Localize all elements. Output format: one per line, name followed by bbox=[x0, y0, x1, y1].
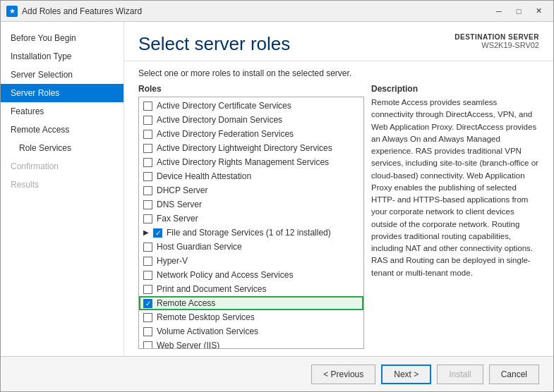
main-content: Select server roles DESTINATION SERVER W… bbox=[124, 22, 553, 356]
role-item-web-server[interactable]: Web Server (IIS) bbox=[139, 338, 363, 349]
next-button[interactable]: Next > bbox=[381, 365, 431, 384]
description-text: Remote Access provides seamless connecti… bbox=[371, 97, 539, 349]
role-item-remote-access[interactable]: ✓ Remote Access bbox=[139, 296, 363, 310]
checkbox-hyper-v[interactable] bbox=[143, 257, 152, 266]
checkbox-dhcp[interactable] bbox=[143, 186, 152, 195]
page-body: Select one or more roles to install on t… bbox=[124, 61, 553, 356]
checkbox-web-server[interactable] bbox=[143, 341, 152, 350]
checkbox-ad-cert[interactable] bbox=[143, 102, 152, 111]
checkbox-host-guardian[interactable] bbox=[143, 243, 152, 252]
role-item-remote-desktop[interactable]: Remote Desktop Services bbox=[139, 310, 363, 324]
sidebar-item-results: Results bbox=[1, 176, 124, 194]
checkbox-remote-access[interactable]: ✓ bbox=[143, 299, 152, 308]
role-label-host-guardian: Host Guardian Service bbox=[157, 242, 242, 252]
title-bar: ★ Add Roles and Features Wizard ─ □ ✕ bbox=[1, 1, 553, 22]
sidebar-item-role-services[interactable]: Role Services bbox=[1, 139, 124, 157]
role-label-print-doc: Print and Document Services bbox=[157, 284, 266, 294]
role-item-ad-federation[interactable]: Active Directory Federation Services bbox=[139, 127, 363, 141]
role-item-network-policy[interactable]: Network Policy and Access Services bbox=[139, 268, 363, 282]
role-label-remote-access: Remote Access bbox=[157, 298, 215, 308]
role-item-hyper-v[interactable]: Hyper-V bbox=[139, 254, 363, 268]
checkbox-remote-desktop[interactable] bbox=[143, 313, 152, 322]
role-label-ad-rights: Active Directory Rights Management Servi… bbox=[157, 157, 329, 167]
checkbox-fax[interactable] bbox=[143, 214, 152, 223]
checkbox-network-policy[interactable] bbox=[143, 271, 152, 280]
role-label-ad-cert: Active Directory Certificate Services bbox=[157, 101, 291, 111]
sidebar-item-features[interactable]: Features bbox=[1, 102, 124, 121]
checkbox-file-storage[interactable]: ✓ bbox=[153, 228, 162, 238]
minimize-button[interactable]: ─ bbox=[490, 4, 508, 18]
role-item-ad-rights[interactable]: Active Directory Rights Management Servi… bbox=[139, 155, 363, 169]
role-label-dns: DNS Server bbox=[157, 200, 202, 209]
checkbox-ad-lightweight[interactable] bbox=[143, 144, 152, 153]
role-item-dhcp[interactable]: DHCP Server bbox=[139, 183, 363, 197]
footer: < Previous Next > Install Cancel bbox=[1, 356, 553, 391]
roles-column-label: Roles bbox=[138, 84, 364, 94]
role-item-print-doc[interactable]: Print and Document Services bbox=[139, 282, 363, 296]
role-label-hyper-v: Hyper-V bbox=[157, 256, 188, 266]
role-item-volume-activation[interactable]: Volume Activation Services bbox=[139, 324, 363, 338]
expand-file-storage[interactable]: ▶ bbox=[143, 228, 152, 237]
page-title: Select server roles bbox=[138, 33, 290, 55]
sidebar-item-remote-access[interactable]: Remote Access bbox=[1, 121, 124, 139]
role-item-ad-lightweight[interactable]: Active Directory Lightweight Directory S… bbox=[139, 141, 363, 155]
destination-value: WS2K19-SRV02 bbox=[454, 41, 539, 49]
cancel-button[interactable]: Cancel bbox=[489, 365, 539, 384]
roles-panel: Roles Active Directory Certificate Servi… bbox=[138, 84, 364, 349]
sidebar-item-confirmation: Confirmation bbox=[1, 157, 124, 176]
roles-list-wrapper[interactable]: Active Directory Certificate Services Ac… bbox=[138, 97, 364, 349]
maximize-button[interactable]: □ bbox=[510, 4, 528, 18]
checkbox-volume-activation[interactable] bbox=[143, 327, 152, 336]
description-label: Description bbox=[371, 84, 539, 94]
role-label-device-health: Device Health Attestation bbox=[157, 171, 251, 181]
role-item-ad-domain[interactable]: Active Directory Domain Services bbox=[139, 113, 363, 127]
role-label-fax: Fax Server bbox=[157, 214, 198, 223]
role-label-network-policy: Network Policy and Access Services bbox=[157, 270, 293, 280]
role-label-remote-desktop: Remote Desktop Services bbox=[157, 312, 255, 322]
sidebar: Before You Begin Installation Type Serve… bbox=[1, 22, 124, 356]
checkbox-ad-domain[interactable] bbox=[143, 116, 152, 125]
sidebar-item-server-selection[interactable]: Server Selection bbox=[1, 66, 124, 84]
checkbox-ad-federation[interactable] bbox=[143, 130, 152, 139]
role-label-volume-activation: Volume Activation Services bbox=[157, 326, 258, 336]
instruction-text: Select one or more roles to install on t… bbox=[138, 68, 539, 78]
role-label-file-storage: File and Storage Services (1 of 12 insta… bbox=[167, 228, 331, 238]
install-button[interactable]: Install bbox=[437, 365, 483, 384]
role-label-web-server: Web Server (IIS) bbox=[157, 341, 219, 349]
destination-label: DESTINATION SERVER bbox=[454, 33, 539, 41]
title-bar-left: ★ Add Roles and Features Wizard bbox=[6, 6, 142, 17]
role-item-ad-cert[interactable]: Active Directory Certificate Services bbox=[139, 99, 363, 113]
role-item-file-storage[interactable]: ▶ ✓ File and Storage Services (1 of 12 i… bbox=[139, 226, 363, 240]
sidebar-item-server-roles[interactable]: Server Roles bbox=[1, 84, 124, 102]
checkbox-device-health[interactable] bbox=[143, 172, 152, 181]
description-panel: Description Remote Access provides seaml… bbox=[371, 84, 539, 349]
previous-button[interactable]: < Previous bbox=[311, 365, 375, 384]
page-header: Select server roles DESTINATION SERVER W… bbox=[124, 22, 553, 61]
roles-list: Active Directory Certificate Services Ac… bbox=[139, 97, 363, 349]
app-icon: ★ bbox=[6, 6, 18, 17]
checkbox-print-doc[interactable] bbox=[143, 285, 152, 294]
sidebar-item-installation-type[interactable]: Installation Type bbox=[1, 47, 124, 66]
title-bar-controls: ─ □ ✕ bbox=[490, 4, 548, 18]
checkbox-ad-rights[interactable] bbox=[143, 158, 152, 167]
role-item-device-health[interactable]: Device Health Attestation bbox=[139, 169, 363, 183]
role-label-dhcp: DHCP Server bbox=[157, 185, 207, 195]
wizard-window: ★ Add Roles and Features Wizard ─ □ ✕ Be… bbox=[0, 0, 554, 392]
role-item-fax[interactable]: Fax Server bbox=[139, 212, 363, 226]
role-item-dns[interactable]: DNS Server bbox=[139, 197, 363, 212]
content-area: Before You Begin Installation Type Serve… bbox=[1, 22, 553, 356]
checkbox-dns[interactable] bbox=[143, 200, 152, 209]
role-label-ad-federation: Active Directory Federation Services bbox=[157, 129, 294, 139]
role-label-ad-lightweight: Active Directory Lightweight Directory S… bbox=[157, 143, 332, 153]
sidebar-item-before-you-begin[interactable]: Before You Begin bbox=[1, 29, 124, 47]
destination-server-info: DESTINATION SERVER WS2K19-SRV02 bbox=[454, 33, 539, 49]
role-item-host-guardian[interactable]: Host Guardian Service bbox=[139, 240, 363, 254]
role-label-ad-domain: Active Directory Domain Services bbox=[157, 115, 282, 125]
roles-container: Roles Active Directory Certificate Servi… bbox=[138, 84, 539, 349]
close-button[interactable]: ✕ bbox=[529, 4, 548, 18]
window-title: Add Roles and Features Wizard bbox=[22, 6, 142, 16]
